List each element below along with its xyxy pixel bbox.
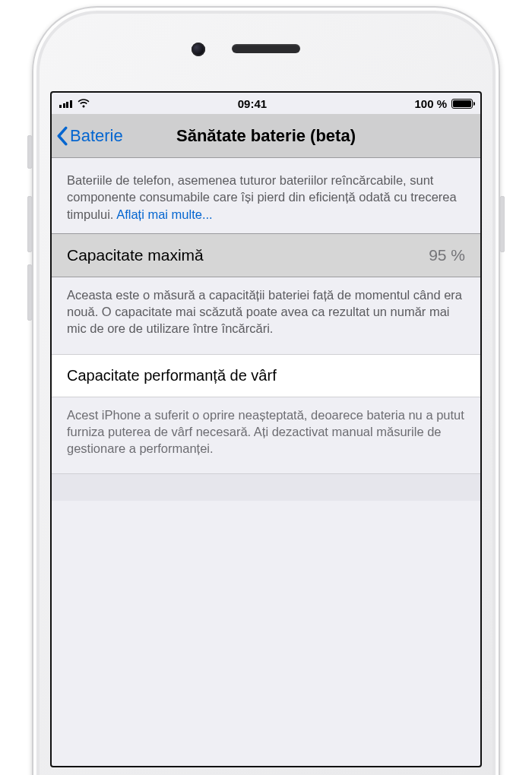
mute-switch	[27, 135, 32, 169]
maximum-capacity-label: Capacitate maximă	[67, 246, 204, 264]
dimmed-region: 09:41 100 % Baterie Sănătate baterie (be…	[52, 93, 480, 354]
peak-performance-label: Capacitate performanță de vârf	[67, 367, 277, 384]
section-divider	[52, 473, 480, 501]
learn-more-link[interactable]: Aflați mai multe...	[116, 207, 213, 221]
volume-down-button	[27, 264, 32, 321]
power-button	[500, 196, 505, 252]
maximum-capacity-row[interactable]: Capacitate maximă 95 %	[52, 233, 480, 277]
wifi-icon	[77, 98, 90, 109]
navigation-bar: Baterie Sănătate baterie (beta)	[52, 114, 480, 158]
phone-frame: 09:41 100 % Baterie Sănătate baterie (be…	[32, 6, 500, 775]
peak-performance-footer: Acest iPhone a suferit o oprire neaștept…	[52, 397, 480, 474]
phone-speaker	[232, 44, 300, 53]
status-time: 09:41	[90, 97, 415, 110]
peak-performance-row[interactable]: Capacitate performanță de vârf	[52, 354, 480, 397]
screen: 09:41 100 % Baterie Sănătate baterie (be…	[50, 91, 482, 767]
cellular-signal-icon	[59, 99, 72, 108]
maximum-capacity-footer: Aceasta este o măsură a capacității bate…	[52, 277, 480, 354]
status-bar: 09:41 100 %	[52, 93, 480, 114]
back-button[interactable]: Baterie	[52, 126, 123, 146]
status-battery-text: 100 %	[414, 97, 447, 110]
intro-note: Bateriile de telefon, asemenea tuturor b…	[52, 158, 480, 233]
highlighted-region: Capacitate performanță de vârf Acest iPh…	[52, 354, 480, 501]
battery-icon	[451, 99, 473, 109]
phone-front-camera	[192, 43, 205, 56]
back-label: Baterie	[70, 126, 123, 146]
maximum-capacity-value: 95 %	[429, 246, 465, 264]
chevron-left-icon	[56, 126, 68, 146]
volume-up-button	[27, 196, 32, 252]
